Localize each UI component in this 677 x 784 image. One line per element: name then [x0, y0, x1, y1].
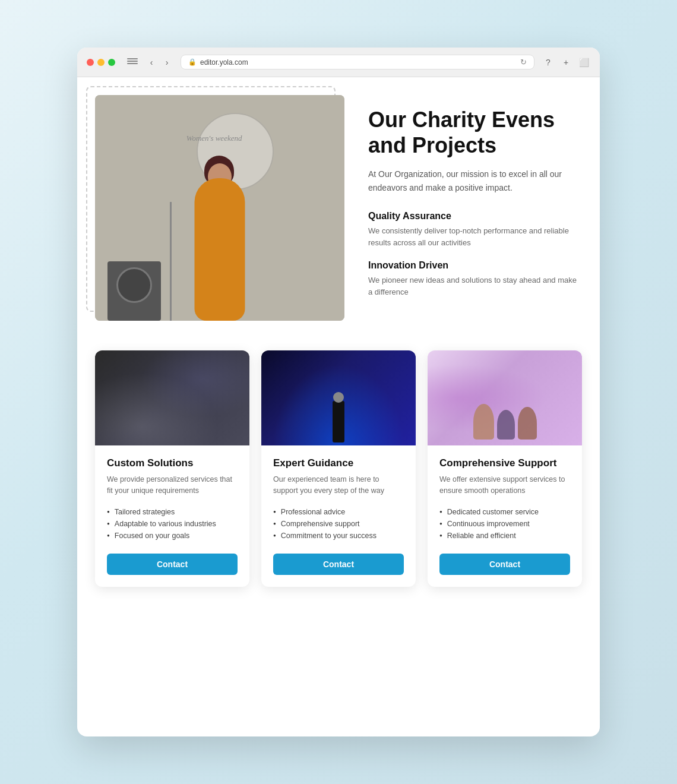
- forward-button[interactable]: ›: [160, 56, 173, 69]
- menu-button[interactable]: ⬜: [577, 56, 590, 69]
- card-desc-2: Our experienced team is here to support …: [273, 474, 404, 497]
- maximize-button[interactable]: [108, 59, 115, 66]
- list-item: Commitment to your success: [273, 530, 404, 542]
- cards-section: Custom Solutions We provide personalized…: [95, 350, 582, 587]
- help-button[interactable]: ?: [542, 56, 555, 69]
- list-item: Reliable and efficient: [439, 530, 570, 542]
- hero-title: Our Charity Evens and Projects: [368, 107, 582, 158]
- contact-button-3[interactable]: Contact: [439, 554, 570, 575]
- card-desc-3: We offer extensive support services to e…: [439, 474, 570, 497]
- card-title-1: Custom Solutions: [107, 457, 238, 469]
- drums: [107, 261, 161, 321]
- new-tab-button[interactable]: +: [559, 56, 572, 69]
- card-custom-solutions: Custom Solutions We provide personalized…: [95, 350, 249, 587]
- lock-icon: 🔒: [188, 58, 197, 66]
- card-title-2: Expert Guidance: [273, 457, 404, 469]
- back-button[interactable]: ‹: [145, 56, 158, 69]
- feature-innovation-desc: We pioneer new ideas and solutions to st…: [368, 274, 582, 298]
- close-button[interactable]: [87, 59, 94, 66]
- woman-figure: [187, 160, 252, 321]
- feature-quality-title: Quality Assurance: [368, 211, 582, 222]
- reload-icon[interactable]: ↻: [520, 58, 527, 67]
- card-title-3: Comprehensive Support: [439, 457, 570, 469]
- card-image-2: [261, 350, 416, 445]
- woman-body: [195, 178, 245, 321]
- mic-stand: [170, 202, 172, 321]
- traffic-lights: [87, 59, 115, 66]
- hero-text: Our Charity Evens and Projects At Our Or…: [368, 95, 582, 309]
- card-comprehensive-support: Comprehensive Support We offer extensive…: [428, 350, 582, 587]
- card-desc-1: We provide personalized services that fi…: [107, 474, 238, 497]
- stage-text: Women's weekend: [186, 134, 242, 143]
- person-silhouette: [518, 407, 537, 440]
- sidebar-toggle-icon[interactable]: [127, 58, 138, 67]
- hero-description: At Our Organization, our mission is to e…: [368, 167, 582, 194]
- hero-image: Women's weekend: [95, 95, 344, 321]
- list-item: Adaptable to various industries: [107, 518, 238, 530]
- browser-actions: ? + ⬜: [542, 56, 590, 69]
- card-body-2: Expert Guidance Our experienced team is …: [261, 445, 416, 587]
- browser-chrome: ‹ › 🔒 editor.yola.com ↻ ? + ⬜: [77, 48, 600, 77]
- card-image-1: [95, 350, 249, 445]
- person-silhouette: [497, 410, 515, 440]
- list-item: Dedicated customer service: [439, 506, 570, 518]
- drum-circle: [116, 267, 152, 303]
- card-expert-guidance: Expert Guidance Our experienced team is …: [261, 350, 416, 587]
- feature-quality-desc: We consistently deliver top-notch perfor…: [368, 225, 582, 248]
- browser-window: ‹ › 🔒 editor.yola.com ↻ ? + ⬜ Women's: [77, 48, 600, 736]
- hero-image-wrapper: Women's weekend: [95, 95, 344, 321]
- minimize-button[interactable]: [97, 59, 105, 66]
- nav-arrows: ‹ ›: [145, 56, 173, 69]
- card-image-3: [428, 350, 582, 445]
- contact-button-1[interactable]: Contact: [107, 554, 238, 575]
- card-body-3: Comprehensive Support We offer extensive…: [428, 445, 582, 587]
- speaker-figure: [333, 401, 344, 442]
- hero-section: Women's weekend Our Charity Even: [95, 95, 582, 321]
- page-content: Women's weekend Our Charity Even: [77, 77, 600, 611]
- feature-quality: Quality Assurance We consistently delive…: [368, 211, 582, 248]
- url-text: editor.yola.com: [200, 58, 248, 67]
- card-list-1: Tailored strategies Adaptable to various…: [107, 506, 238, 542]
- feature-innovation-title: Innovation Driven: [368, 260, 582, 271]
- list-item: Professional advice: [273, 506, 404, 518]
- person-silhouette: [473, 404, 494, 440]
- card-list-3: Dedicated customer service Continuous im…: [439, 506, 570, 542]
- address-bar[interactable]: 🔒 editor.yola.com ↻: [181, 55, 534, 69]
- feature-innovation: Innovation Driven We pioneer new ideas a…: [368, 260, 582, 298]
- list-item: Comprehensive support: [273, 518, 404, 530]
- card-body-1: Custom Solutions We provide personalized…: [95, 445, 249, 587]
- contact-button-2[interactable]: Contact: [273, 554, 404, 575]
- list-item: Tailored strategies: [107, 506, 238, 518]
- list-item: Focused on your goals: [107, 530, 238, 542]
- card-list-2: Professional advice Comprehensive suppor…: [273, 506, 404, 542]
- list-item: Continuous improvement: [439, 518, 570, 530]
